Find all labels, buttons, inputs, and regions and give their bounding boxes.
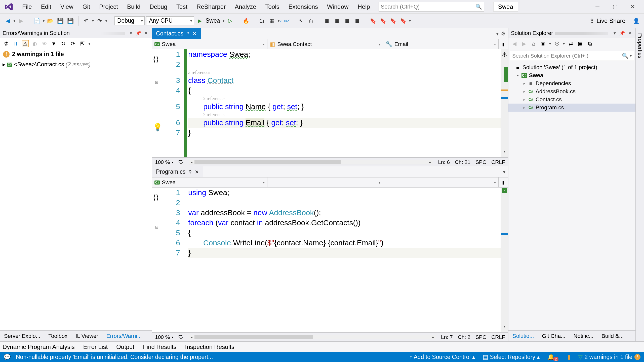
tab-errors-warnings[interactable]: Errors/Warni... (102, 331, 146, 341)
bookmark-button[interactable]: 🔖 (369, 17, 377, 25)
chevron-down-icon[interactable]: ▾ (92, 19, 94, 23)
editor2[interactable]: ⟨⟩ ⊟ 1234567 using Swea; var addressBook… (152, 188, 508, 332)
menu-file[interactable]: File (18, 2, 36, 11)
menu-project[interactable]: Project (95, 2, 123, 11)
search-box[interactable]: 🔍 (379, 2, 484, 12)
tab-build[interactable]: Build &... (597, 331, 628, 341)
editor1-scrollbar[interactable]: ⚠ ▾ (501, 49, 508, 157)
project-node[interactable]: ▾C#Swea (508, 71, 635, 79)
file-node[interactable]: ▸C#Contact.cs (508, 96, 635, 104)
feedback-icon[interactable]: 💬 (4, 354, 11, 360)
menu-git[interactable]: Git (78, 2, 95, 11)
split-button[interactable]: ⫿ (499, 177, 508, 187)
run-target-label[interactable]: Swea (206, 17, 220, 24)
step-icon[interactable]: ⎙ (307, 17, 315, 25)
editor1-hscroll[interactable]: ◂▸ (189, 160, 433, 164)
pin-icon[interactable]: ⚲ (186, 31, 189, 36)
split-button[interactable]: ⫿ (499, 39, 508, 49)
eol-mode[interactable]: CRLF (491, 334, 505, 340)
menu-edit[interactable]: Edit (36, 2, 56, 11)
uncomment-button[interactable]: ≣ (353, 17, 361, 25)
menu-analyze[interactable]: Analyze (230, 2, 261, 11)
repository-button[interactable]: ▤ Select Repository ▴ (483, 354, 540, 360)
redo-button[interactable]: ↷ (95, 17, 104, 25)
dependencies-node[interactable]: ▸▦Dependencies (508, 79, 635, 87)
sync-icon[interactable]: ⟳ (69, 40, 76, 47)
tab-inspection-results[interactable]: Inspection Results (185, 343, 234, 350)
close-icon[interactable]: ✕ (192, 31, 197, 37)
chevron-down-icon[interactable]: ▾ (43, 19, 45, 23)
code[interactable]: namespace Swea; 3 references class Conta… (187, 49, 501, 157)
tab-notifications[interactable]: Notific... (570, 331, 597, 341)
health-icon[interactable]: 🛡 (178, 159, 184, 165)
bookmark-prev-button[interactable]: 🔖 (379, 17, 387, 25)
solution-explorer-header[interactable]: Solution Explorer ▾ 📌 ✕ (508, 28, 635, 38)
live-share-button[interactable]: ⇪ Live Share (589, 17, 625, 24)
menu-extensions[interactable]: Extensions (284, 2, 323, 11)
tab-server-explorer[interactable]: Server Explo... (0, 331, 44, 341)
solution-search-input[interactable] (512, 53, 622, 59)
refresh-icon[interactable]: ↻ (60, 40, 67, 47)
code[interactable]: using Swea; var addressBook = new Addres… (187, 188, 501, 332)
hint-icon[interactable]: ◐ (31, 40, 38, 47)
nav-project[interactable]: C#Swea (152, 177, 267, 187)
filter-icon[interactable]: ▼ (50, 40, 57, 47)
forward-icon[interactable]: ▶ (520, 40, 528, 47)
zoom-dropdown[interactable]: 100 %▾ (155, 334, 173, 340)
open-file-button[interactable]: 📂 (46, 17, 55, 25)
bookmark-clear-button[interactable]: 🔖 (399, 17, 408, 25)
pin-icon[interactable]: 📌 (135, 30, 142, 36)
new-item-button[interactable]: 📄 (33, 17, 41, 25)
close-button[interactable]: ✕ (624, 1, 641, 12)
nav-member[interactable]: 🔧Email (383, 39, 499, 49)
solution-button[interactable]: Swea (493, 2, 518, 12)
menu-test[interactable]: Test (172, 2, 192, 11)
tab-program-cs[interactable]: Program.cs ⚲ ✕ (152, 166, 203, 177)
nav-back-button[interactable]: ◀ (4, 17, 12, 25)
config-dropdown[interactable]: Debug (114, 16, 145, 25)
tab-git-changes[interactable]: Git Cha... (538, 331, 570, 341)
tab-dpa[interactable]: Dynamic Program Analysis (3, 343, 75, 350)
nav-project[interactable]: C#Swea (152, 39, 267, 49)
warnings-summary[interactable]: ! 2 warnings in 1 file (0, 49, 152, 59)
tab-contact-cs[interactable]: Contact.cs ⚲ ✕ (152, 28, 201, 39)
save-button[interactable]: 💾 (56, 17, 65, 25)
chevron-down-icon[interactable]: ▾ (14, 19, 15, 23)
tab-toolbox[interactable]: Toolbox (44, 331, 71, 341)
close-icon[interactable]: ✕ (626, 30, 633, 36)
zoom-dropdown[interactable]: 100 %▾ (155, 159, 173, 165)
nav-forward-button[interactable]: ▶ (17, 17, 25, 25)
menu-tools[interactable]: Tools (261, 2, 284, 11)
search-input[interactable] (381, 4, 475, 10)
menu-debug[interactable]: Debug (145, 2, 172, 11)
indent-button[interactable]: ≣ (333, 17, 341, 25)
chevron-down-icon[interactable]: ▾ (105, 19, 107, 23)
switch-view-icon[interactable]: ▣ (540, 40, 547, 47)
editor2-hscroll[interactable]: ◂▸ (189, 335, 436, 339)
cursor-icon[interactable]: ↖ (297, 17, 305, 25)
minimize-button[interactable]: ─ (589, 1, 606, 12)
tab-output[interactable]: Output (116, 343, 134, 350)
overflow-icon[interactable]: ▾ (496, 31, 499, 37)
tab-error-list[interactable]: Error List (83, 343, 108, 350)
start-debug-button[interactable]: ▶ (195, 17, 204, 25)
toolbar-button[interactable]: ▦ (268, 17, 276, 25)
chevron-down-icon[interactable]: ▾ (278, 19, 279, 23)
lightbulb-icon[interactable]: 💡 (153, 122, 162, 132)
tab-find-results[interactable]: Find Results (143, 343, 176, 350)
browse-button[interactable]: 🗂 (258, 17, 266, 25)
abc-button[interactable]: abc✓ (281, 17, 290, 25)
editor1[interactable]: ⟨⟩ 💡 ⊟ 12 34 5 67 namespace Swea; 3 refe… (152, 49, 508, 157)
undo-button[interactable]: ↶ (82, 17, 91, 25)
platform-dropdown[interactable]: Any CPU (146, 16, 194, 25)
file-node[interactable]: ▸C#AddressBook.cs (508, 87, 635, 96)
editor2-scrollbar[interactable]: ✓ ▾ (501, 188, 508, 332)
close-icon[interactable]: ✕ (143, 30, 149, 36)
nav-type[interactable]: ◧Swea.Contact (267, 39, 383, 49)
whitespace-mode[interactable]: SPC (475, 159, 486, 165)
notifications-button[interactable]: 🔔2 (547, 354, 560, 360)
properties-tab[interactable]: Properties (635, 28, 644, 341)
close-icon[interactable]: ✕ (195, 169, 199, 175)
whitespace-mode[interactable]: SPC (475, 334, 486, 340)
start-without-debug-button[interactable]: ▷ (226, 17, 234, 25)
